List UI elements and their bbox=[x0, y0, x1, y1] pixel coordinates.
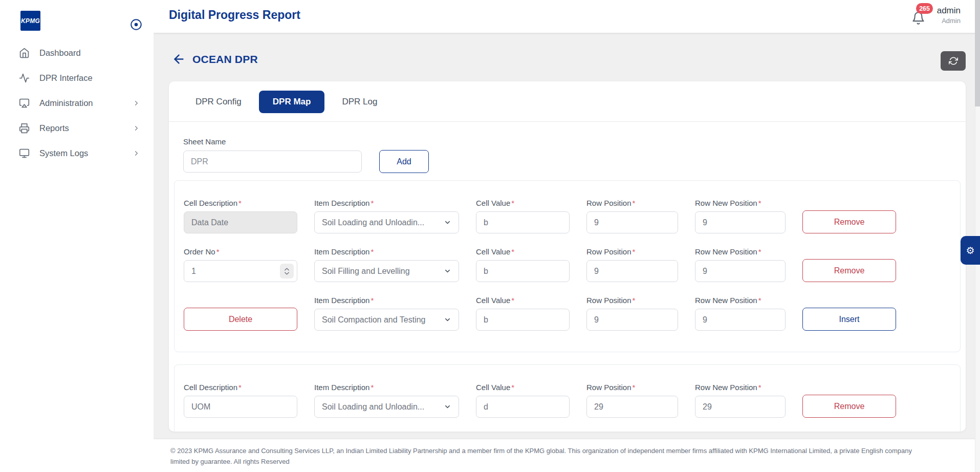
sidebar-item-administration[interactable]: Administration bbox=[0, 91, 154, 116]
field-label: Item Description bbox=[314, 247, 369, 256]
mapping-row: Delete Item Description* Soil Compaction… bbox=[184, 295, 951, 331]
sidebar-item-label: Dashboard bbox=[39, 48, 140, 58]
row-action: Remove bbox=[802, 395, 896, 418]
kpmg-logo-text: KPMG bbox=[21, 17, 40, 25]
refresh-icon bbox=[949, 56, 958, 66]
remove-button[interactable]: Remove bbox=[802, 395, 896, 418]
row-new-position-input[interactable] bbox=[695, 260, 786, 282]
remove-button[interactable]: Remove bbox=[802, 259, 896, 282]
required-asterisk: * bbox=[758, 296, 761, 305]
select-value: Soil Loading and Unloadin... bbox=[322, 402, 424, 412]
row-position-input[interactable] bbox=[586, 260, 678, 282]
cell-value-input[interactable] bbox=[476, 396, 570, 418]
field-label: Cell Value bbox=[476, 383, 510, 392]
footer: © 2023 KPMG Assurance and Consulting Ser… bbox=[154, 439, 980, 472]
field-label: Cell Description bbox=[184, 383, 237, 392]
required-asterisk: * bbox=[238, 383, 242, 392]
sidebar-item-system-logs[interactable]: System Logs bbox=[0, 141, 154, 166]
required-asterisk: * bbox=[633, 247, 636, 256]
required-asterisk: * bbox=[633, 383, 636, 392]
sheet-name-section: Sheet Name Add bbox=[169, 122, 966, 173]
order-no-field: Order No* bbox=[184, 247, 297, 282]
mapping-row: Cell Description* Item Description* Soil… bbox=[184, 198, 951, 233]
cell-value-field: Cell Value* bbox=[476, 198, 570, 233]
select-value: Soil Loading and Unloadin... bbox=[322, 218, 424, 227]
required-asterisk: * bbox=[758, 383, 761, 392]
sidebar-item-dashboard[interactable]: Dashboard bbox=[0, 40, 154, 66]
footer-line-1: © 2023 KPMG Assurance and Consulting Ser… bbox=[170, 445, 957, 456]
field-label: Cell Value bbox=[476, 199, 510, 207]
chevron-down-icon bbox=[444, 316, 451, 324]
content-area: OCEAN DPR DPR Config DPR Map DPR Log She… bbox=[154, 33, 980, 472]
settings-tab[interactable]: ⚙ bbox=[961, 236, 980, 265]
required-asterisk: * bbox=[511, 199, 514, 207]
tab-dpr-map[interactable]: DPR Map bbox=[259, 91, 325, 113]
user-name: admin bbox=[937, 5, 961, 16]
monitor-icon bbox=[19, 148, 30, 159]
chevron-down-icon bbox=[444, 219, 451, 226]
row-new-position-input[interactable] bbox=[695, 309, 786, 331]
sidebar-toggle-button[interactable] bbox=[129, 18, 143, 31]
row-position-input[interactable] bbox=[586, 396, 678, 418]
item-description-select[interactable]: Soil Loading and Unloadin... bbox=[314, 396, 459, 418]
remove-button[interactable]: Remove bbox=[802, 210, 896, 233]
item-description-field: Item Description* Soil Loading and Unloa… bbox=[314, 382, 459, 418]
back-arrow-icon[interactable] bbox=[172, 52, 186, 66]
row-position-field: Row Position* bbox=[586, 247, 678, 282]
activity-icon bbox=[19, 73, 30, 83]
disc-icon bbox=[129, 18, 143, 31]
cell-value-field: Cell Value* bbox=[476, 247, 570, 282]
row-action: Insert bbox=[802, 308, 896, 331]
item-description-select[interactable]: Soil Compaction and Testing bbox=[314, 309, 459, 331]
page-heading: OCEAN DPR bbox=[172, 52, 258, 66]
refresh-button[interactable] bbox=[941, 51, 966, 71]
scrollbar-thumb[interactable] bbox=[975, 0, 980, 106]
tab-dpr-config[interactable]: DPR Config bbox=[184, 91, 253, 113]
required-asterisk: * bbox=[511, 247, 514, 256]
row-position-input[interactable] bbox=[586, 309, 678, 331]
sidebar-item-reports[interactable]: Reports bbox=[0, 116, 154, 141]
row-position-input[interactable] bbox=[586, 211, 678, 233]
item-description-select[interactable]: Soil Loading and Unloadin... bbox=[314, 211, 459, 233]
cell-description-input[interactable] bbox=[184, 211, 297, 233]
row-new-position-input[interactable] bbox=[695, 396, 786, 418]
required-asterisk: * bbox=[371, 247, 374, 256]
delete-button[interactable]: Delete bbox=[184, 308, 297, 331]
row-action-left: Delete bbox=[184, 308, 297, 331]
sidebar-item-label: System Logs bbox=[39, 148, 133, 158]
sheet-name-label: Sheet Name bbox=[183, 137, 951, 146]
field-label: Row New Position bbox=[695, 247, 757, 256]
chevron-right-icon bbox=[133, 99, 140, 107]
cell-value-input[interactable] bbox=[476, 211, 570, 233]
sidebar-item-label: DPR Interface bbox=[39, 73, 140, 83]
field-label: Row New Position bbox=[695, 199, 757, 207]
user-menu[interactable]: admin Admin bbox=[937, 5, 961, 26]
row-new-position-field: Row New Position* bbox=[695, 382, 786, 418]
required-asterisk: * bbox=[511, 296, 514, 305]
cell-value-input[interactable] bbox=[476, 309, 570, 331]
field-label: Cell Value bbox=[476, 296, 510, 305]
kpmg-logo: KPMG bbox=[20, 11, 40, 31]
field-label: Row New Position bbox=[695, 296, 757, 305]
item-description-field: Item Description* Soil Filling and Level… bbox=[314, 247, 459, 282]
field-label: Row Position bbox=[586, 296, 631, 305]
cell-value-field: Cell Value* bbox=[476, 382, 570, 418]
chevron-down-icon bbox=[444, 403, 451, 411]
cell-description-input[interactable] bbox=[184, 396, 297, 418]
sidebar-item-dpr-interface[interactable]: DPR Interface bbox=[0, 66, 154, 91]
row-new-position-input[interactable] bbox=[695, 211, 786, 233]
tab-dpr-log[interactable]: DPR Log bbox=[331, 91, 388, 113]
field-label: Order No bbox=[184, 247, 215, 256]
item-description-select[interactable]: Soil Filling and Levelling bbox=[314, 260, 459, 282]
required-asterisk: * bbox=[216, 247, 220, 256]
row-action: Remove bbox=[802, 210, 896, 233]
sidebar-nav: Dashboard DPR Interface Administration R… bbox=[0, 40, 154, 166]
add-button[interactable]: Add bbox=[379, 150, 429, 173]
gear-icon: ⚙ bbox=[966, 245, 974, 256]
cell-value-input[interactable] bbox=[476, 260, 570, 282]
top-header: Digital Progress Report 265 admin Admin bbox=[154, 0, 980, 33]
insert-button[interactable]: Insert bbox=[802, 308, 896, 331]
number-stepper[interactable] bbox=[280, 264, 294, 278]
sheet-name-input[interactable] bbox=[183, 151, 362, 173]
mapping-row: Order No* Item Description* Soil F bbox=[184, 247, 951, 282]
